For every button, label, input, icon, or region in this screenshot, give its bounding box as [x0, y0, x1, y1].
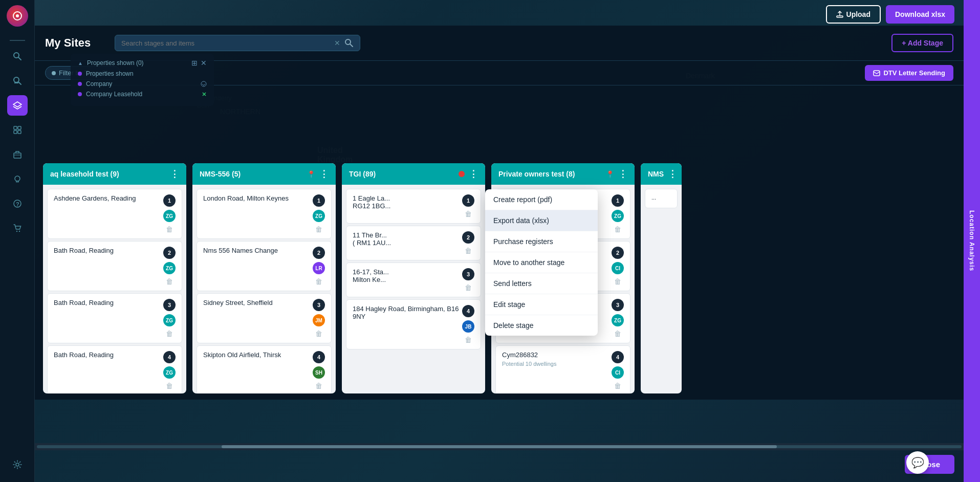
upload-button[interactable]: Upload — [826, 5, 881, 24]
svg-rect-15 — [16, 181, 18, 182]
card-delete-icon[interactable]: 🗑 — [166, 330, 173, 338]
column-title-1: aq leasehold test (9) — [50, 170, 166, 178]
properties-header-row: ▲ Properties shown (0) ⊞ ✕ — [78, 59, 207, 67]
column-body-3: 1 Eagle La...RG12 1BG... 1 🗑 11 The Br..… — [342, 185, 485, 393]
scrollbar-track — [37, 445, 962, 448]
column-header-1: aq leasehold test (9) ⋮ — [43, 163, 186, 185]
properties-row1: Properties shown — [78, 70, 207, 77]
card-delete-icon[interactable]: 🗑 — [614, 330, 621, 338]
add-stage-button[interactable]: + Add Stage — [891, 34, 953, 52]
table-row: 1 Eagle La...RG12 1BG... 1 🗑 — [346, 189, 481, 224]
column-header-3: TGI (89) ⋮ — [342, 163, 485, 185]
column-menu-btn-2[interactable]: ⋮ — [319, 168, 329, 180]
card-delete-icon[interactable]: 🗑 — [315, 382, 322, 390]
card-delete-icon[interactable]: 🗑 — [465, 283, 472, 292]
card-delete-icon[interactable]: 🗑 — [166, 225, 173, 233]
column-title-2: NMS-556 (5) — [200, 170, 302, 178]
column-body-1: Ashdene Gardens, Reading 1 ZG 🗑 Bath Roa… — [43, 185, 186, 393]
sidebar-icon-question[interactable]: ? — [7, 193, 28, 214]
sites-title: My Sites — [45, 36, 106, 50]
table-row: 184 Hagley Road, Birmingham, B16 9NY 4 J… — [346, 299, 481, 349]
kanban-column-5: NMS ⋮ ... — [641, 163, 682, 393]
svg-rect-10 — [14, 130, 17, 134]
column-body-5: ... — [641, 185, 682, 393]
context-menu-export-data[interactable]: Export data (xlsx) — [485, 210, 598, 231]
card-delete-icon[interactable]: 🗑 — [315, 330, 322, 338]
sidebar-icon-settings[interactable] — [7, 454, 28, 475]
sidebar-icon-search[interactable] — [7, 46, 28, 67]
sidebar-icon-bulb[interactable] — [7, 169, 28, 189]
context-menu-delete-stage[interactable]: Delete stage — [485, 315, 598, 336]
svg-line-3 — [18, 57, 21, 60]
sidebar-icon-box[interactable] — [7, 144, 28, 165]
card-delete-icon[interactable]: 🗑 — [465, 210, 472, 218]
card-delete-icon[interactable]: 🗑 — [166, 277, 173, 286]
card-delete-icon[interactable]: 🗑 — [315, 225, 322, 233]
context-menu-create-report[interactable]: Create report (pdf) — [485, 189, 598, 210]
app-logo[interactable] — [7, 5, 28, 27]
pin-icon-2: 📍 — [307, 170, 315, 178]
dtv-letter-button[interactable]: DTV Letter Sending — [865, 65, 953, 81]
card-delete-icon[interactable]: 🗑 — [315, 277, 322, 286]
chat-bubble[interactable]: 💬 — [906, 451, 929, 474]
svg-point-19 — [18, 231, 19, 232]
sidebar-icon-grid[interactable] — [7, 120, 28, 140]
card-delete-icon[interactable]: 🗑 — [614, 277, 621, 286]
search-bar: ✕ — [115, 35, 360, 51]
column-title-3: TGI (89) — [349, 170, 453, 178]
card-delete-icon[interactable]: 🗑 — [465, 336, 472, 344]
column-menu-btn-4[interactable]: ⋮ — [618, 168, 627, 180]
svg-rect-9 — [18, 126, 21, 129]
svg-line-24 — [350, 44, 353, 47]
table-row: Bath Road, Reading 2 ZG 🗑 — [47, 241, 182, 291]
context-menu-edit-stage[interactable]: Edit stage — [485, 294, 598, 315]
context-menu-purchase-registers[interactable]: Purchase registers — [485, 231, 598, 252]
pin-icon-4: 📍 — [606, 170, 614, 178]
sidebar-icon-layers[interactable] — [7, 95, 28, 116]
properties-row3: Company Leasehold — [78, 91, 207, 98]
svg-rect-11 — [18, 130, 21, 134]
column-title-4: Private owners test (8) — [498, 170, 601, 178]
table-row: Bath Road, Reading 4 ZG 🗑 — [47, 345, 182, 393]
table-row: Nms 556 Names Change 2 LR 🗑 — [197, 241, 332, 291]
card-delete-icon[interactable]: 🗑 — [614, 382, 621, 390]
table-row: Ashdene Gardens, Reading 1 ZG 🗑 — [47, 189, 182, 239]
card-delete-icon[interactable]: 🗑 — [614, 225, 621, 233]
column-header-2: NMS-556 (5) 📍 ⋮ — [192, 163, 336, 185]
search-icon[interactable] — [344, 38, 354, 48]
filter-dot — [52, 71, 56, 75]
table-row: Skipton Old Airfield, Thirsk 4 SH 🗑 — [197, 345, 332, 393]
svg-line-5 — [18, 82, 21, 84]
download-button[interactable]: Download xlsx — [886, 5, 954, 24]
sidebar: ? — [0, 0, 35, 482]
column-body-2: London Road, Milton Keynes 1 ZG 🗑 Nms 55… — [192, 185, 336, 393]
sidebar-icon-search2[interactable] — [7, 71, 28, 91]
table-row: 11 The Br...( RM1 1AU... 2 🗑 — [346, 226, 481, 260]
svg-point-18 — [16, 231, 17, 232]
context-menu-send-letters[interactable]: Send letters — [485, 273, 598, 294]
horizontal-scrollbar[interactable] — [35, 443, 964, 450]
search-clear-icon[interactable]: ✕ — [334, 39, 340, 47]
column-menu-btn-1[interactable]: ⋮ — [170, 168, 179, 180]
column-menu-btn-5[interactable]: ⋮ — [668, 168, 677, 180]
alert-dot-icon-3 — [459, 171, 465, 177]
table-row: Cym286832 Potential 10 dwellings 4 CI 🗑 — [495, 345, 630, 393]
context-menu-move-to-stage[interactable]: Move to another stage — [485, 252, 598, 273]
svg-point-1 — [16, 14, 19, 17]
svg-point-14 — [15, 176, 20, 181]
context-menu: Create report (pdf) Export data (xlsx) P… — [485, 189, 598, 336]
scrollbar-thumb[interactable] — [222, 445, 776, 448]
chat-icon[interactable]: 💬 — [906, 451, 929, 474]
svg-rect-25 — [874, 71, 880, 76]
right-panel-label: Location Analysis — [968, 210, 975, 271]
search-input[interactable] — [121, 39, 330, 47]
table-row: ... — [645, 189, 678, 208]
column-title-5: NMS — [648, 170, 664, 178]
card-delete-icon[interactable]: 🗑 — [465, 247, 472, 255]
svg-rect-21 — [837, 16, 843, 17]
sidebar-icon-cart[interactable] — [7, 218, 28, 238]
properties-row2: Company — [78, 80, 207, 87]
card-delete-icon[interactable]: 🗑 — [166, 382, 173, 390]
svg-marker-7 — [13, 102, 21, 107]
column-menu-btn-3[interactable]: ⋮ — [469, 168, 478, 180]
